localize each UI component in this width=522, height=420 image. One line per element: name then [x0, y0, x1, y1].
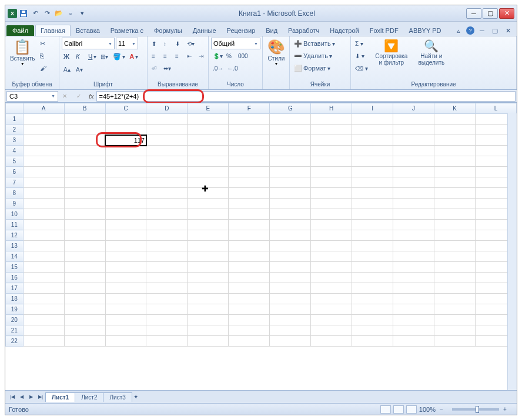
- cell-A17[interactable]: [23, 283, 64, 294]
- find-select-button[interactable]: 🔍 Найти и выделить: [413, 38, 450, 67]
- copy-button[interactable]: ⎘: [38, 50, 50, 62]
- cell-G11[interactable]: [270, 220, 311, 230]
- minimize-ribbon-icon[interactable]: ▵: [453, 25, 464, 36]
- cell-I2[interactable]: [352, 125, 393, 135]
- cell-K17[interactable]: [434, 283, 476, 294]
- cell-B4[interactable]: [64, 146, 105, 156]
- cell-F7[interactable]: [229, 177, 270, 188]
- cell-H6[interactable]: [311, 167, 352, 177]
- cell-C21[interactable]: [105, 325, 146, 336]
- cell-I13[interactable]: [352, 241, 393, 251]
- first-sheet-button[interactable]: |◀: [8, 392, 17, 402]
- zoom-slider[interactable]: [452, 408, 499, 411]
- cell-C17[interactable]: [105, 283, 146, 294]
- cell-A15[interactable]: [23, 262, 64, 273]
- cell-I19[interactable]: [352, 304, 393, 315]
- font-name-combo[interactable]: Calibri▼: [62, 38, 115, 49]
- redo-icon[interactable]: ↷: [42, 8, 52, 19]
- cell-H14[interactable]: [311, 251, 352, 262]
- wrap-text-button[interactable]: ⏎: [150, 62, 162, 74]
- cell-G16[interactable]: [270, 273, 311, 283]
- cell-A22[interactable]: [23, 336, 64, 347]
- cell-I18[interactable]: [352, 294, 393, 304]
- cell-G3[interactable]: [270, 135, 311, 146]
- cell-J21[interactable]: [393, 325, 434, 336]
- close-button[interactable]: ✕: [499, 8, 514, 19]
- cell-F9[interactable]: [229, 199, 270, 209]
- indent-inc-button[interactable]: ⇥: [197, 50, 209, 62]
- cell-I4[interactable]: [352, 146, 393, 156]
- cell-B21[interactable]: [64, 325, 105, 336]
- cell-D10[interactable]: [146, 209, 188, 220]
- cell-H21[interactable]: [311, 325, 352, 336]
- row-header-18[interactable]: 18: [6, 294, 24, 304]
- cell-B14[interactable]: [64, 251, 105, 262]
- cell-A11[interactable]: [23, 220, 64, 230]
- cell-K1[interactable]: [434, 114, 476, 125]
- cell-D6[interactable]: [146, 167, 188, 177]
- fx-icon[interactable]: fx: [89, 93, 94, 100]
- cell-G17[interactable]: [270, 283, 311, 294]
- currency-button[interactable]: 💲▾: [211, 50, 225, 62]
- undo-icon[interactable]: ↶: [30, 8, 41, 19]
- cell-K10[interactable]: [434, 209, 476, 220]
- row-header-13[interactable]: 13: [6, 241, 24, 251]
- cell-F3[interactable]: [229, 135, 270, 146]
- cell-F21[interactable]: [229, 325, 270, 336]
- cell-H8[interactable]: [311, 188, 352, 199]
- cell-H3[interactable]: [311, 135, 352, 146]
- increase-decimal-button[interactable]: .0→: [211, 62, 225, 74]
- row-header-20[interactable]: 20: [6, 315, 24, 325]
- sheet-tab-2[interactable]: Лист2: [75, 392, 103, 402]
- cell-K2[interactable]: [434, 125, 476, 135]
- cell-J15[interactable]: [393, 262, 434, 273]
- cell-I10[interactable]: [352, 209, 393, 220]
- cell-J11[interactable]: [393, 220, 434, 230]
- cell-A14[interactable]: [23, 251, 64, 262]
- cell-A21[interactable]: [23, 325, 64, 336]
- row-header-8[interactable]: 8: [6, 188, 24, 199]
- cell-G4[interactable]: [270, 146, 311, 156]
- cell-F18[interactable]: [229, 294, 270, 304]
- qat-dropdown-icon[interactable]: ▾: [77, 8, 88, 19]
- cell-J13[interactable]: [393, 241, 434, 251]
- cell-E13[interactable]: [188, 241, 229, 251]
- tab-abbyy[interactable]: ABBYY PD: [404, 25, 447, 36]
- cell-B10[interactable]: [64, 209, 105, 220]
- cell-F1[interactable]: [229, 114, 270, 125]
- cell-J1[interactable]: [393, 114, 434, 125]
- cell-F20[interactable]: [229, 315, 270, 325]
- cell-E6[interactable]: [188, 167, 229, 177]
- align-center-button[interactable]: ≡: [162, 50, 173, 62]
- cell-G15[interactable]: [270, 262, 311, 273]
- cell-H7[interactable]: [311, 177, 352, 188]
- indent-dec-button[interactable]: ⇤: [185, 50, 197, 62]
- row-header-6[interactable]: 6: [6, 167, 24, 177]
- cell-H1[interactable]: [311, 114, 352, 125]
- cell-C15[interactable]: [105, 262, 146, 273]
- cell-E2[interactable]: [188, 125, 229, 135]
- cell-A19[interactable]: [23, 304, 64, 315]
- tab-foxit[interactable]: Foxit PDF: [364, 25, 404, 36]
- cell-K16[interactable]: [434, 273, 476, 283]
- cell-A12[interactable]: [23, 230, 64, 241]
- doc-close-icon[interactable]: ✕: [503, 25, 513, 36]
- delete-cells-button[interactable]: ➖Удалить ▾: [292, 50, 334, 62]
- cell-K7[interactable]: [434, 177, 476, 188]
- cell-J12[interactable]: [393, 230, 434, 241]
- cell-K11[interactable]: [434, 220, 476, 230]
- cell-E10[interactable]: [188, 209, 229, 220]
- cell-D21[interactable]: [146, 325, 188, 336]
- row-header-7[interactable]: 7: [6, 177, 24, 188]
- open-icon[interactable]: 📂: [53, 8, 64, 19]
- cell-F13[interactable]: [229, 241, 270, 251]
- cell-I9[interactable]: [352, 199, 393, 209]
- cell-G13[interactable]: [270, 241, 311, 251]
- cell-D16[interactable]: [146, 273, 188, 283]
- col-header-A[interactable]: A: [23, 103, 64, 114]
- cell-A8[interactable]: [23, 188, 64, 199]
- new-sheet-button[interactable]: ✦: [132, 391, 143, 403]
- cell-F11[interactable]: [229, 220, 270, 230]
- worksheet-grid[interactable]: ABCDEFGHIJKL1231174567891011121314151617…: [5, 103, 517, 390]
- cell-C22[interactable]: [105, 336, 146, 347]
